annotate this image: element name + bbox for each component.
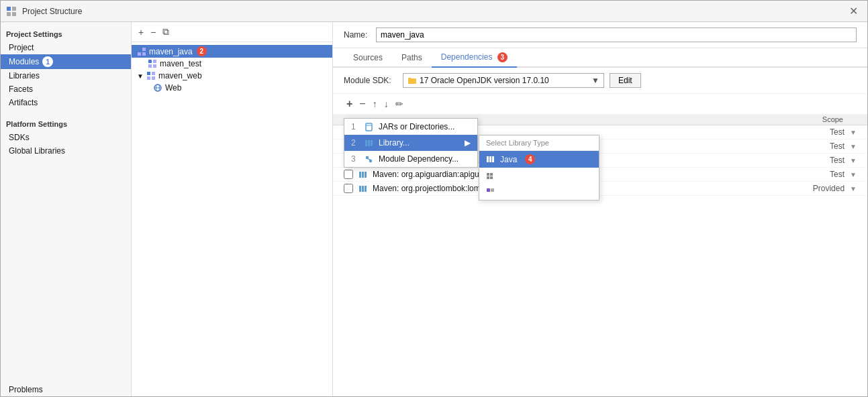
tab-dependencies-label: Dependencies [441,52,493,62]
svg-rect-13 [152,72,155,75]
submenu-item-kotlin-js[interactable]: Kotlin/JS [479,184,599,200]
svg-rect-15 [152,76,155,80]
sidebar-item-global-libraries[interactable]: Global Libraries [1,144,131,158]
jars-icon [365,123,373,131]
sdk-value: 17 Oracle OpenJDK version 17.0.10 [420,76,589,85]
sidebar-item-libraries[interactable]: Libraries [1,69,131,82]
dropdown-item-jars[interactable]: 1 JARs or Directories... [344,119,477,135]
deps-edit-button[interactable]: ✏ [393,97,406,111]
sidebar-item-project[interactable]: Project [1,41,131,54]
svg-rect-10 [148,64,152,68]
svg-rect-19 [366,123,372,131]
tree-item-maven-test[interactable]: maven_test [132,58,332,70]
sidebar-item-facets[interactable]: Facets [1,82,131,96]
submenu-item-label: Java [500,155,517,164]
main-details-panel: Name: Sources Paths Dependencies 3 Modul… [333,22,867,396]
edit-sdk-button[interactable]: Edit [610,73,641,88]
svg-rect-26 [492,156,494,162]
tab-paths-label: Paths [401,53,422,62]
sidebar-item-label: Facets [9,84,33,94]
tree-toolbar: + − ⧉ [132,22,332,42]
svg-rect-3 [12,12,16,16]
svg-line-35 [367,159,371,160]
dep-icon [358,170,367,179]
sidebar-item-label: Libraries [9,71,40,80]
dropdown-item-module-dep[interactable]: 3 Module Dependency... [344,151,477,167]
title-bar-left: Project Structure [6,6,82,17]
svg-rect-28 [487,176,489,179]
scope-dropdown-arrow[interactable]: ▼ [850,129,857,136]
sidebar-item-sdks[interactable]: SDKs [1,131,131,144]
tree-copy-button[interactable]: ⧉ [160,25,172,39]
svg-rect-11 [153,64,156,68]
dropdown-item-library[interactable]: 2 Library... ▶ Select Library Type [344,135,477,151]
dep-scope: Provided [798,184,845,193]
dep-scope: Test [798,156,845,165]
module-icon [146,71,156,80]
scope-dropdown-arrow[interactable]: ▼ [850,185,857,192]
dep-checkbox[interactable] [344,184,353,193]
sidebar-item-label: Problems [9,385,43,394]
sidebar-item-label: Global Libraries [9,146,65,156]
java-library-icon [486,155,495,164]
svg-rect-27 [487,173,489,176]
tree-item-maven-java[interactable]: maven_java 2 [132,45,332,58]
tab-sources[interactable]: Sources [344,49,392,68]
tree-item-label: Web [165,83,181,93]
deps-remove-button[interactable]: − [356,97,368,111]
deps-up-button[interactable]: ↑ [370,97,380,111]
svg-rect-30 [490,176,493,179]
module-icon [148,59,157,68]
submenu-item-java[interactable]: Java 4 [479,151,599,168]
dep-checkbox[interactable] [344,170,353,179]
deps-add-button[interactable]: + [344,97,355,111]
submenu-item-from-maven[interactable]: From Maven... [479,168,599,184]
main-content: Project Settings Project Modules 1 Libra… [1,22,867,396]
svg-rect-5 [142,48,146,51]
sidebar-item-label: Artifacts [9,98,38,107]
library-icon [365,139,373,148]
deps-down-button[interactable]: ↓ [381,97,391,111]
sidebar-item-modules[interactable]: Modules 1 [1,54,131,69]
sidebar-item-label: Project [9,43,34,52]
deps-toolbar: + − ↑ ↓ ✏ 1 JARs or Directories... [333,94,867,114]
svg-rect-14 [147,76,150,80]
tree-item-maven-web[interactable]: ▼ maven_web [132,70,332,82]
tree-item-label: maven_java [149,47,193,56]
tree-add-button[interactable]: + [136,25,146,39]
item-num: 2 [351,138,359,148]
tab-dependencies[interactable]: Dependencies 3 [432,48,517,68]
sidebar-item-label: SDKs [9,133,30,142]
tree-content: maven_java 2 maven_test ▼ [132,42,332,396]
scope-dropdown-arrow[interactable]: ▼ [850,171,857,178]
sidebar-item-problems[interactable]: Problems [1,383,131,396]
svg-rect-4 [138,48,141,51]
app-icon [6,6,17,17]
tree-remove-button[interactable]: − [148,25,158,39]
tab-sources-label: Sources [353,53,383,62]
tree-item-web[interactable]: Web [132,82,332,94]
name-input[interactable] [376,27,857,42]
svg-rect-25 [489,156,491,162]
scope-dropdown-arrow[interactable]: ▼ [850,157,857,164]
svg-rect-23 [371,140,373,146]
close-button[interactable]: ✕ [845,3,862,19]
window-title: Project Structure [22,7,82,16]
dep-scope: Test [798,141,845,151]
sidebar-item-artifacts[interactable]: Artifacts [1,96,131,109]
sdk-dropdown-arrow: ▼ [591,76,599,85]
maven-icon [486,172,495,180]
dep-scope: Test [798,127,845,137]
svg-rect-50 [365,186,367,192]
sdk-select[interactable]: 17 Oracle OpenJDK version 17.0.10 ▼ [403,73,604,88]
item-num: 1 [351,122,359,131]
dependencies-badge: 3 [497,52,508,62]
table-row: Maven: org.projectlombok:lombok:1.18.24 … [333,182,867,196]
dep-scope: Test [798,170,845,179]
svg-rect-46 [362,172,364,178]
java-submenu-badge: 4 [525,154,535,164]
platform-settings-header: Platform Settings [1,115,131,131]
tab-paths[interactable]: Paths [392,49,432,68]
scope-dropdown-arrow[interactable]: ▼ [850,143,857,150]
submenu-header: Select Library Type [479,135,599,151]
